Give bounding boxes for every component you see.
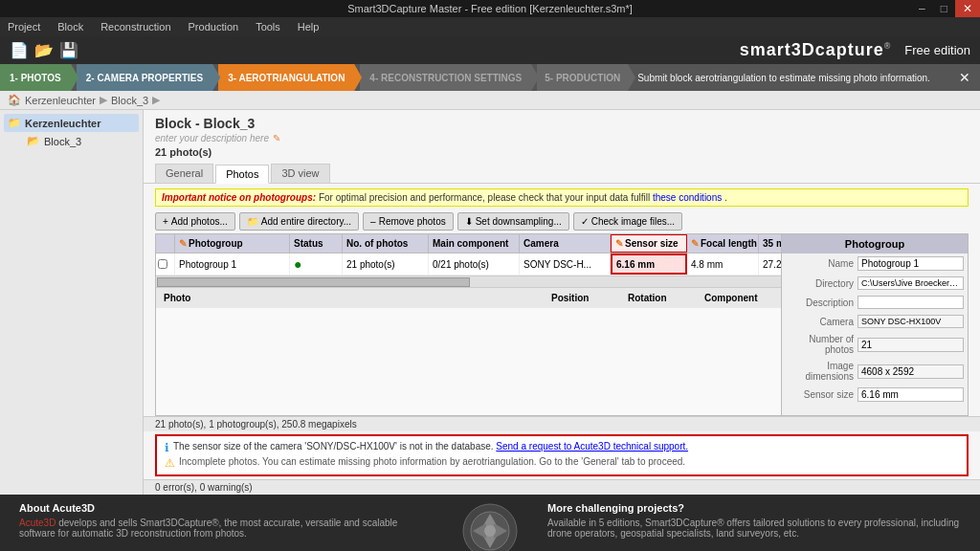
photo-table: ✎ Photogroup Status No. of photos Main c… <box>155 233 782 416</box>
th-photogroup[interactable]: ✎ Photogroup <box>175 234 290 253</box>
tree-child-label: Block_3 <box>44 136 81 147</box>
sort-focal-icon: ✎ <box>691 238 699 249</box>
tree-block3[interactable]: 📂 Block_3 <box>4 132 139 150</box>
th-camera[interactable]: Camera <box>520 234 611 253</box>
td-photogroup: Photogroup 1 <box>175 253 290 275</box>
home-icon: 🏠 <box>8 94 21 106</box>
menu-reconstruction[interactable]: Reconstruction <box>97 19 174 34</box>
tab-photos[interactable]: Photos <box>215 165 269 184</box>
content-tabs: General Photos 3D view <box>144 160 980 184</box>
scroll-thumb[interactable] <box>157 277 470 287</box>
minimize-button[interactable]: – <box>911 0 933 17</box>
svg-point-6 <box>484 525 496 537</box>
title-text: Smart3DCapture Master - Free edition [Ke… <box>347 3 633 14</box>
sidepanel-header: Photogroup <box>782 234 968 253</box>
tree-root-label: Kerzenleuchter <box>25 118 100 129</box>
warning-prefix: Important notice on photogroups: <box>162 192 316 203</box>
breadcrumb-root[interactable]: Kerzenleuchter <box>25 95 96 106</box>
th-nophotos[interactable]: No. of photos <box>343 234 429 253</box>
th-status[interactable]: Status <box>290 234 343 253</box>
footer-about-text: develops and sells Smart3DCapture®, the … <box>19 518 397 539</box>
breadcrumb: 🏠 Kerzenleuchter ▶ Block_3 ▶ <box>0 91 980 110</box>
warning-link[interactable]: these conditions <box>653 192 722 203</box>
maximize-button[interactable]: □ <box>933 0 955 17</box>
ph-rotation: Rotation <box>624 291 701 305</box>
remove-photos-button[interactable]: – Remove photos <box>363 212 454 231</box>
prop-num-photos: Number of photos 21 <box>782 331 968 358</box>
brand-area: smart3Dcapture® Free edition <box>740 40 970 60</box>
sidepanel-props: Name Photogroup 1 Directory C:\Users\Jiv… <box>782 253 968 415</box>
prop-camera: Camera SONY DSC-HX100V <box>782 312 968 331</box>
menu-production[interactable]: Production <box>185 19 243 34</box>
content-panel: Block - Block_3 enter your description h… <box>144 110 980 495</box>
prop-cam-value: SONY DSC-HX100V <box>858 315 964 328</box>
th-maincomp[interactable]: Main component <box>429 234 520 253</box>
save-icon[interactable]: 💾 <box>59 41 78 59</box>
menu-tools[interactable]: Tools <box>252 19 284 34</box>
td-35mm: 27.2727mm... <box>759 253 782 275</box>
prop-numph-value: 21 <box>858 338 964 352</box>
prop-name-value[interactable]: Photogroup 1 <box>858 256 964 271</box>
add-dir-icon: 📁 <box>247 216 258 227</box>
menu-project[interactable]: Project <box>4 19 44 34</box>
tab-camera-props[interactable]: 2- CAMERA PROPERTIES <box>77 64 212 91</box>
prop-name: Name Photogroup 1 <box>782 253 968 274</box>
menu-block[interactable]: Block <box>54 19 87 34</box>
prop-cam-label: Camera <box>786 317 858 327</box>
prop-sensor-value[interactable]: 6.16 mm <box>858 387 964 402</box>
brandbar: 📄 📂 💾 smart3Dcapture® Free edition <box>0 36 980 64</box>
tree-root[interactable]: 📁 Kerzenleuchter <box>4 114 139 132</box>
block-description: enter your description here <box>155 133 269 143</box>
th-focal[interactable]: ✎ Focal length <box>687 234 759 253</box>
footer-more-text: Available in 5 editions, Smart3DCapture®… <box>547 518 959 539</box>
support-link[interactable]: Send a request to Acute3D technical supp… <box>496 441 688 452</box>
edit-description-icon[interactable]: ✎ <box>273 133 280 143</box>
workflow-close-button[interactable]: ✕ <box>959 70 970 85</box>
footer: About Acute3D Acute3D develops and sells… <box>0 495 980 551</box>
th-check <box>156 234 175 253</box>
tab-aerotriangulation[interactable]: 3- AEROTRIANGULATION <box>218 64 354 91</box>
info-text: The sensor size of the camera 'SONY/DSC-… <box>173 441 688 452</box>
row-checkbox[interactable] <box>158 259 167 269</box>
footer-logo <box>452 502 528 551</box>
tab-general[interactable]: General <box>155 164 213 183</box>
close-button[interactable]: ✕ <box>955 0 980 17</box>
td-check[interactable] <box>156 253 175 275</box>
error-text: 0 error(s), 0 warning(s) <box>155 482 253 493</box>
add-photos-button[interactable]: + Add photos... <box>155 212 235 231</box>
table-row[interactable]: Photogroup 1 ● 21 photo(s) 0/21 photo(s)… <box>156 253 781 276</box>
breadcrumb-sep2: ▶ <box>152 94 160 106</box>
info-message: ℹ The sensor size of the camera 'SONY/DS… <box>165 440 959 455</box>
prop-dir-value[interactable]: C:\Users\Jive Broeckert\Downloads\3... <box>858 276 964 290</box>
th-35mm[interactable]: 35 mm eq. <box>759 234 782 253</box>
downsampling-button[interactable]: ⬇ Set downsampling... <box>457 212 569 231</box>
prop-imgdim: Image dimensions 4608 x 2592 <box>782 358 968 385</box>
prop-desc-value[interactable] <box>858 296 964 309</box>
tab-photos[interactable]: 1- PHOTOS <box>0 64 71 91</box>
new-icon[interactable]: 📄 <box>10 41 29 59</box>
brand-name: smart3Dcapture® <box>740 40 892 60</box>
open-icon[interactable]: 📂 <box>34 41 54 59</box>
prop-imgdim-label: Image dimensions <box>786 361 858 382</box>
breadcrumb-child[interactable]: Block_3 <box>111 95 148 106</box>
td-maincomp: 0/21 photo(s) <box>429 253 520 275</box>
ph-photo: Photo <box>160 291 547 305</box>
statusbar-text: 21 photo(s), 1 photogroup(s), 250.8 mega… <box>155 419 357 430</box>
toolbar-icons: 📄 📂 💾 <box>10 41 78 59</box>
prop-name-label: Name <box>786 258 858 269</box>
horizontal-scrollbar[interactable] <box>156 276 781 287</box>
tab-production[interactable]: 5- PRODUCTION <box>537 64 628 91</box>
footer-about-link[interactable]: Acute3D <box>19 518 56 528</box>
tab-reconstruction[interactable]: 4- RECONSTRUCTION SETTINGS <box>360 64 531 91</box>
tab-3dview[interactable]: 3D view <box>271 164 329 183</box>
td-status: ● <box>290 253 343 275</box>
photo-detail-header: Photo Position Rotation Component <box>156 287 781 308</box>
warning-suffix: . <box>724 192 727 203</box>
td-nophotos: 21 photo(s) <box>343 253 429 275</box>
th-sensorsize[interactable]: ✎ Sensor size <box>611 234 687 253</box>
menu-help[interactable]: Help <box>294 19 323 34</box>
side-panel: Photogroup Name Photogroup 1 Directory C… <box>782 233 969 416</box>
td-sensorsize[interactable]: 6.16 mm <box>611 253 687 275</box>
add-directory-button[interactable]: 📁 Add entire directory... <box>239 212 359 231</box>
check-images-button[interactable]: ✓ Check image files... <box>573 212 682 231</box>
